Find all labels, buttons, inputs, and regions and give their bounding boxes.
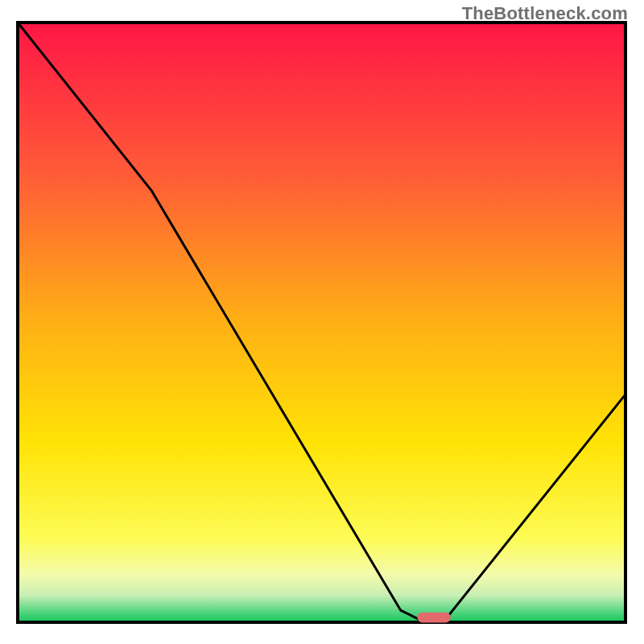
bottleneck-chart: TheBottleneck.com (0, 0, 644, 644)
plot-background (18, 23, 625, 622)
chart-canvas (0, 0, 644, 644)
optimal-point-marker (417, 613, 451, 623)
watermark-text: TheBottleneck.com (462, 3, 628, 24)
